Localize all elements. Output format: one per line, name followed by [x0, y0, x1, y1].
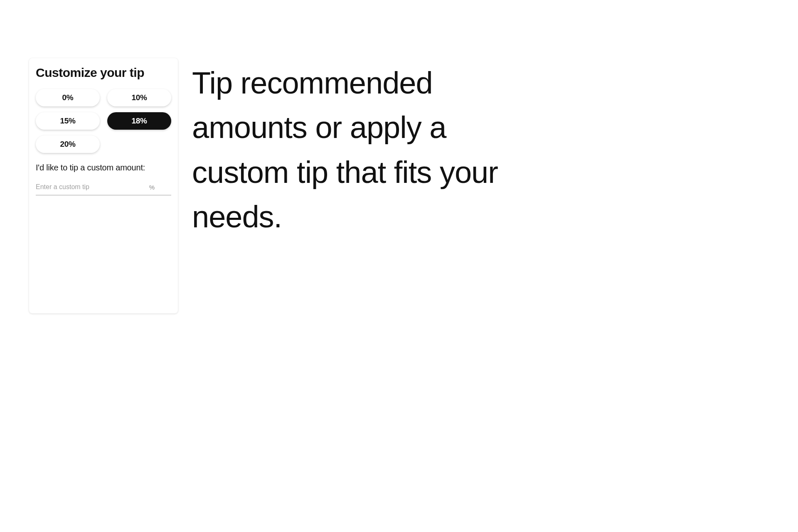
card-title: Customize your tip — [36, 66, 171, 80]
tip-button-18[interactable]: 18% — [107, 112, 171, 130]
description-text: Tip recommended amounts or apply a custo… — [192, 61, 533, 239]
custom-tip-input-wrapper: % — [36, 182, 171, 195]
percent-symbol: % — [149, 184, 171, 191]
custom-tip-label: I'd like to tip a custom amount: — [36, 163, 171, 172]
tip-options-grid: 0% 10% 15% 18% 20% — [36, 89, 171, 153]
custom-tip-input[interactable] — [36, 182, 149, 192]
tip-button-0[interactable]: 0% — [36, 89, 100, 106]
tip-button-15[interactable]: 15% — [36, 112, 100, 130]
tip-button-10[interactable]: 10% — [107, 89, 171, 106]
main-container: Customize your tip 0% 10% 15% 18% 20% I'… — [0, 0, 798, 372]
tip-button-20[interactable]: 20% — [36, 135, 100, 153]
tip-card: Customize your tip 0% 10% 15% 18% 20% I'… — [29, 58, 178, 313]
